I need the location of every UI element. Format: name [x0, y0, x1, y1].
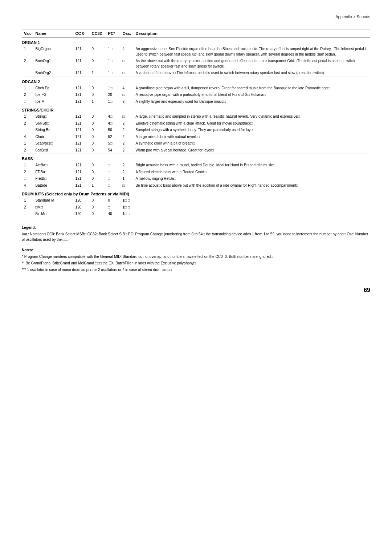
notes-lines: * Program Change numbers compatible with…	[22, 254, 370, 272]
header-name: Name	[33, 29, 73, 38]
table-row: 4Choir1210522A large mixed choir with na…	[22, 134, 370, 141]
table-row: 1ActBa□1210□2Bright acoustic bass with a…	[22, 162, 370, 169]
table-row: □String Bd1210502Sampled strings with a …	[22, 127, 370, 134]
table-row: 1BigOrgan12101□4An aggressive tone. See …	[22, 46, 370, 58]
sounds-table: Var. Name CC 0 CC32 PC* Osc. Description…	[22, 29, 370, 218]
legend-title: Legend:	[22, 225, 370, 230]
notes-line: ** Be GrandPiano, BriteGrand and MelGran…	[22, 260, 370, 266]
header-var: Var.	[22, 29, 33, 38]
table-row: 1ScatVoce□12105□2A synthetic choir with …	[22, 140, 370, 147]
page-number: 69	[22, 287, 370, 293]
section-header-drum_kits: DRUM KITS (Selected only by Drum Pattern…	[22, 189, 370, 198]
table-row: □Br□M□1200401□ □	[22, 211, 370, 218]
notes-section: Notes: * Program Change numbers compatib…	[22, 247, 370, 272]
table-row: 2Ipe FG121020□A recitative pipe organ wi…	[22, 92, 370, 98]
notes-line: * Program Change numbers compatible with…	[22, 254, 370, 259]
header-desc: Description	[133, 29, 370, 38]
table-row: 26caB□d1210542Warm pad with a vocal heri…	[22, 147, 370, 154]
table-row: 4BaBide1211□□Be time acoustic bass above…	[22, 182, 370, 189]
table-row: 2S6NStr□12104□2Emotive cinematic string …	[22, 120, 370, 127]
table-row: 1Standard M120001□ □	[22, 197, 370, 204]
table-row: 1String□12104□□A large, cinematic and sa…	[22, 113, 370, 120]
table-row: □FretB□1210□1A mellow, ringing RetBa□	[22, 175, 370, 182]
section-header-strings_choir: STRINGS/CHOIR	[22, 105, 370, 114]
table-row: 2□M□1200□1□ □	[22, 204, 370, 211]
table-row: 2BrchOrg112101□□As the above but with th…	[22, 58, 370, 70]
legend-section: Legend: Var.: Notation□ CC0: Bank Select…	[22, 225, 370, 242]
legend-text: Var.: Notation□ CC0: Bank Select MSB□ CC…	[22, 231, 370, 242]
header-pc: PC*	[106, 29, 121, 38]
header-cc32: CC32	[90, 29, 106, 38]
table-row: □BrchOrg212111□□A variation of the above…	[22, 70, 370, 77]
notes-line: *** 1 oscillator in case of mono drum am…	[22, 267, 370, 272]
header-cc0: CC 0	[73, 29, 90, 38]
header-osc: Osc.	[121, 29, 134, 38]
breadcrumb: Appendix > Sounds	[22, 15, 370, 19]
section-header-organ1: ORGAN 1	[22, 38, 370, 46]
notes-title: Notes:	[22, 247, 370, 253]
section-header-organ2: ORGAN 2	[22, 77, 370, 85]
table-row: 2EDBa□1210□2A figured electric bass with…	[22, 169, 370, 176]
table-row: 1Chch Pg12101□4A grandiose pipe organ wi…	[22, 85, 370, 92]
table-row: □Ipe M12111□2A slightly larger and espec…	[22, 98, 370, 105]
section-header-bass: BASS	[22, 154, 370, 162]
